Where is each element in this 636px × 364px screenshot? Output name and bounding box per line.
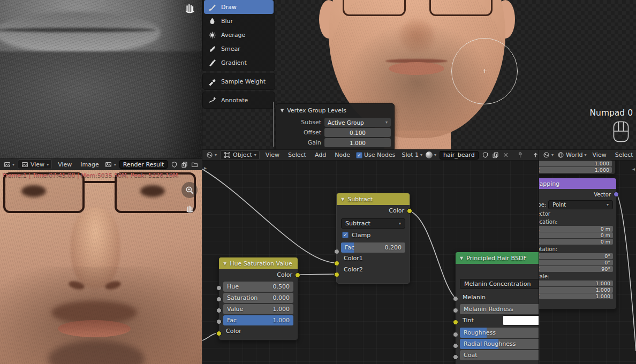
socket-coat-input[interactable] [453,354,458,360]
menu-select[interactable]: Select [285,151,309,158]
menu-view[interactable]: View [590,151,609,158]
socket-roughness-input[interactable] [453,332,458,337]
subtract-fac-slider[interactable]: Fac 0.200 [341,242,405,253]
hsv-hue-slider[interactable]: Hue 0.500 [223,282,293,292]
tint-color-swatch[interactable] [503,315,539,325]
node-principled-hair[interactable]: ▼ Principled Hair BSDF Melanin Concentra… [455,252,539,364]
mapping-rotation-z[interactable]: Z90° [539,266,613,272]
parent-node-tree-icon[interactable] [532,151,539,159]
hair-roughness-slider[interactable]: Roughness [460,328,539,338]
editor-type-button[interactable]: ▾ [542,151,554,159]
unlink-x-icon[interactable] [502,151,509,159]
mapping-rotation-x[interactable]: X0° [539,253,613,259]
node-hsv-header[interactable]: ▼ Hue Saturation Value [219,257,298,269]
tool-draw[interactable]: Draw [204,0,274,14]
hair-melanin-redness-slider[interactable]: Melanin Redness [460,304,539,314]
new-image-copy-icon[interactable] [181,161,188,168]
fake-user-shield-icon[interactable] [171,161,178,168]
partial-z-slider[interactable]: Z 1.000 [539,167,612,173]
tool-smear[interactable]: Smear [204,42,274,56]
image-mode-dropdown[interactable]: View ▾ [18,160,52,169]
image-editor-top-canvas[interactable] [0,0,202,158]
node-mapping[interactable]: Mapping Vector Type: Point▾ Vector Locat… [539,178,617,309]
mapping-location-x[interactable]: X0 m [539,226,613,232]
mapping-location-z[interactable]: Z0 m [539,239,613,245]
partial-y-slider[interactable]: Y 1.000 [539,161,612,166]
material-name-field[interactable]: hair_beard [440,151,479,160]
use-nodes-checkbox[interactable]: ✓ Use Nodes [356,151,396,158]
area-separator-vertical[interactable] [202,0,202,364]
new-material-copy-icon[interactable] [492,151,499,159]
socket-color2-input[interactable] [334,272,339,277]
node-partial-top[interactable]: Y 1.000 Z 1.000 [539,161,616,175]
shader-context-dropdown[interactable]: Object ▾ [220,150,260,160]
socket-melanin-redness-input[interactable] [453,308,458,313]
node-hsv[interactable]: ▼ Hue Saturation Value Color Hue 0.500 S… [218,257,298,340]
socket-vector-output[interactable] [614,192,619,197]
sidebar-toggle-arrow-icon[interactable]: ◂ [632,166,635,172]
subtract-clamp-row[interactable]: ✓ Clamp [337,229,410,241]
hair-parametrization-dropdown[interactable]: Melanin Concentration [460,279,539,289]
node-principled-hair-header[interactable]: ▼ Principled Hair BSDF [456,252,539,264]
socket-color-input[interactable] [216,331,222,336]
subset-dropdown[interactable]: Active Group▾ [324,118,391,127]
shader-node-area[interactable]: ▸ ▼ Subtract Color Subtract▾ ✓ Clamp F [202,161,539,364]
tool-annotate[interactable]: Annotate [204,93,274,107]
material-preview-button[interactable]: ▾ [426,151,436,158]
world-context-dropdown[interactable]: World ▾ [557,151,587,159]
node-subtract[interactable]: ▼ Subtract Color Subtract▾ ✓ Clamp Fac 0… [336,193,410,284]
socket-tint-input[interactable] [453,320,458,325]
editor-type-button[interactable]: ▾ [206,151,217,159]
tool-sample-weight[interactable]: Sample Weight [204,74,274,88]
menu-image[interactable]: Image [78,161,101,168]
socket-color-output[interactable] [407,208,412,214]
pan-gizmo[interactable] [181,200,198,216]
mapping-location-y[interactable]: Y0 m [539,232,613,238]
pin-icon[interactable] [517,151,524,159]
subtract-operation-dropdown[interactable]: Subtract▾ [341,218,405,229]
image-datablock-icon-button[interactable]: ▾ [105,161,116,168]
image-name-field[interactable]: Render Result [119,160,168,169]
viewport-3d[interactable]: Draw Blur Average Smear Gradient [202,0,636,150]
hsv-value-slider[interactable]: Value 1.000 [223,304,293,314]
slot-dropdown[interactable]: Slot 1▾ [402,151,422,158]
menu-view[interactable]: View [263,151,282,158]
editor-type-button[interactable]: ▾ [3,161,14,168]
socket-saturation-input[interactable] [216,297,222,302]
socket-fac-input[interactable] [334,249,339,254]
pan-hand-icon[interactable] [183,1,196,14]
socket-color-output[interactable] [295,272,300,278]
area-separator-vertical-right[interactable] [539,150,539,364]
tool-blur[interactable]: Blur [204,14,274,28]
hair-radial-roughness-slider[interactable]: Radial Roughness [460,339,539,349]
gain-field[interactable]: 1.000 [324,138,391,147]
mapping-scale-z[interactable]: Z1.000 [539,293,613,299]
fake-user-shield-icon[interactable] [482,151,489,159]
world-node-area[interactable]: ◂ Y 1.000 Z 1.000 Mapping Vector Type: P… [539,161,636,364]
socket-melanin-input[interactable] [453,296,458,301]
tool-average[interactable]: Average [204,28,274,42]
socket-hue-input[interactable] [216,285,222,291]
mapping-scale-y[interactable]: Y1.000 [539,287,613,293]
socket-radial-roughness-input[interactable] [453,343,458,348]
socket-value-input[interactable] [216,308,222,313]
tool-gradient[interactable]: Gradient [204,56,274,70]
offset-field[interactable]: 0.100 [324,128,391,137]
open-folder-icon[interactable] [191,161,198,168]
render-result-canvas[interactable]: Frame:1 | Time:07:45.00 | Mem:5035.50M, … [0,170,202,364]
socket-color1-input[interactable] [334,261,339,266]
menu-view[interactable]: View [55,161,74,168]
mapping-rotation-y[interactable]: Y0° [539,260,613,266]
mapping-type-dropdown[interactable]: Point▾ [548,200,613,209]
menu-node[interactable]: Node [332,151,353,158]
node-mapping-header[interactable]: Mapping [539,178,616,189]
operator-panel-title-row[interactable]: ▼ Vertex Group Levels [279,106,391,117]
node-subtract-header[interactable]: ▼ Subtract [337,193,410,205]
mapping-scale-x[interactable]: X1.000 [539,280,613,286]
hsv-fac-slider[interactable]: Fac 1.000 [223,315,293,325]
socket-fac-input[interactable] [216,319,222,324]
hair-coat-slider[interactable]: Coat [460,350,539,360]
menu-add[interactable]: Add [312,151,329,158]
hsv-saturation-slider[interactable]: Saturation 0.000 [223,293,293,303]
menu-select[interactable]: Select [612,151,636,158]
